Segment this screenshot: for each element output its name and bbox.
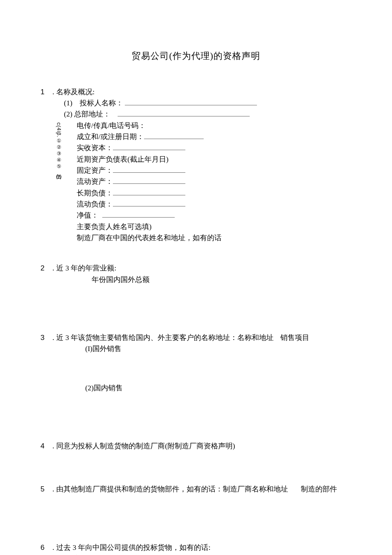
section-3-label-a: 近 3 年该货物主要销售给国内、外主要客户的名称地址：名称和地址 <box>56 332 274 343</box>
section-6-header: 6 . 过去 3 年向中国公司提供的投标货物，如有的话: <box>40 542 352 553</box>
section-5-header: 5 . 由其他制造厂商提供和制造的货物部件，如有的话：制造厂商名称和地址 制造的… <box>40 484 352 495</box>
balance-sheet-label: 近期资产负债表(截止年月日) <box>77 155 168 163</box>
section-1-number: 1 <box>40 87 48 98</box>
section-1-item-2: (2) 总部地址： <box>64 109 352 120</box>
document-page: 贸易公司(作为代理)的资格声明 1 . 名称及概况: (1) 投标人名称： (2… <box>0 0 392 555</box>
document-title: 贸易公司(作为代理)的资格声明 <box>40 49 352 63</box>
item-long-liabilities: 长期负债： <box>77 188 352 199</box>
foreign-sales-label: (I)国外销售 <box>85 345 121 353</box>
section-2: 2 . 近 3 年的年营业额: 年份国内国外总额 <box>40 263 352 313</box>
section-1-sub-block: c(4iβ.①②③④⑤缶⑺ 电传/传真/电话号码： 成立和/或注册日期： 实收资… <box>64 120 352 244</box>
long-liabilities-field[interactable] <box>113 189 185 195</box>
section-2-header: 2 . 近 3 年的年营业额: <box>40 263 352 274</box>
item-capital: 实收资本： <box>77 142 352 154</box>
item-current-liabilities: 流动负债： <box>77 199 352 210</box>
item-reg-date: 成立和/或注册日期： <box>77 131 352 142</box>
contract-number-line: 合同编号： <box>58 553 352 555</box>
section-3-label-b: 销售项目 <box>280 332 309 343</box>
item-2-prefix: (2) <box>64 110 72 118</box>
section-3-sub2: (2)国内销售 <box>85 383 352 394</box>
section-4-number: 4 <box>40 441 48 452</box>
item-2-label: 总部地址： <box>74 110 110 118</box>
section-2-label: 近 3 年的年营业额: <box>56 263 116 274</box>
section-1-item-1: (1) 投标人名称： <box>64 98 352 109</box>
section-5-label-b: 制造的部件 <box>301 484 337 495</box>
hq-address-field[interactable] <box>118 110 250 116</box>
section-4-dot: . <box>52 441 54 452</box>
responsible-person-label: 主要负责人姓名可选填) <box>77 223 152 231</box>
item-balance-sheet: 近期资产负债表(截止年月日) <box>77 154 352 165</box>
net-value-field[interactable] <box>102 211 175 218</box>
section-4: 4 . 同意为投标人制造货物的制造厂商(附制造厂商资格声明) <box>40 441 352 465</box>
section-3-sub1: (I)国外销售 <box>85 343 352 355</box>
section-1-label: 名称及概况: <box>56 87 95 98</box>
section-2-sub-label: 年份国内国外总额 <box>92 276 150 284</box>
item-manufacturer-rep: 制造厂商在中国的代表姓名和地址，如有的话 <box>77 232 352 244</box>
section-4-label: 同意为投标人制造货物的制造厂商(附制造厂商资格声明) <box>56 441 235 452</box>
fixed-assets-field[interactable] <box>113 166 185 173</box>
section-6: 6 . 过去 3 年向中国公司提供的投标货物，如有的话: 合同编号： 签字日期：… <box>40 542 352 555</box>
current-assets-field[interactable] <box>113 177 185 184</box>
item-net-value: 净值： <box>77 210 352 221</box>
long-liabilities-label: 长期负债： <box>77 189 113 197</box>
item-responsible-person: 主要负责人姓名可选填) <box>77 221 352 232</box>
bidder-name-field[interactable] <box>125 99 257 105</box>
manufacturer-rep-label: 制造厂商在中国的代表姓名和地址，如有的话 <box>77 234 222 242</box>
section-2-number: 2 <box>40 263 48 274</box>
telex-label: 电传/传真/电话号码： <box>77 122 146 130</box>
section-1-dot: . <box>52 87 54 98</box>
section-4-header: 4 . 同意为投标人制造货物的制造厂商(附制造厂商资格声明) <box>40 441 352 452</box>
item-current-assets: 流动资产： <box>77 176 352 187</box>
section-1: 1 . 名称及概况: (1) 投标人名称： (2) 总部地址： c(4iβ.①②… <box>40 87 352 244</box>
current-liabilities-label: 流动负债： <box>77 200 113 208</box>
section-3-number: 3 <box>40 332 48 343</box>
section-6-number: 6 <box>40 542 48 553</box>
section-3: 3 . 近 3 年该货物主要销售给国内、外主要客户的名称地址：名称和地址 销售项… <box>40 332 352 421</box>
fixed-assets-label: 固定资产： <box>77 166 113 174</box>
capital-field[interactable] <box>113 144 185 150</box>
section-5: 5 . 由其他制造厂商提供和制造的货物部件，如有的话：制造厂商名称和地址 制造的… <box>40 484 352 523</box>
section-3-dot: . <box>52 332 54 343</box>
item-1-label: 投标人名称： <box>80 99 123 107</box>
item-1-prefix: (1) <box>64 99 72 107</box>
vertical-marker-text: c(4iβ.①②③④⑤缶⑺ <box>56 122 61 176</box>
domestic-sales-label: (2)国内销售 <box>85 384 123 392</box>
item-fixed-assets: 固定资产： <box>77 165 352 176</box>
section-5-label-a: 由其他制造厂商提供和制造的货物部件，如有的话：制造厂商名称和地址 <box>56 484 288 495</box>
reg-date-field[interactable] <box>144 133 204 139</box>
section-2-sub: 年份国内国外总额 <box>92 274 352 285</box>
section-3-header: 3 . 近 3 年该货物主要销售给国内、外主要客户的名称地址：名称和地址 销售项… <box>40 332 352 343</box>
section-5-number: 5 <box>40 484 48 495</box>
section-6-label: 过去 3 年向中国公司提供的投标货物，如有的话: <box>56 542 210 553</box>
net-value-label: 净值： <box>77 211 98 219</box>
current-assets-label: 流动资产： <box>77 177 113 186</box>
section-6-dot: . <box>52 542 54 553</box>
section-5-dot: . <box>52 484 54 495</box>
item-telex: 电传/传真/电话号码： <box>77 120 352 131</box>
capital-label: 实收资本： <box>77 144 113 152</box>
section-2-dot: . <box>52 263 54 274</box>
reg-date-label: 成立和/或注册日期： <box>77 133 144 141</box>
section-1-header: 1 . 名称及概况: <box>40 87 352 98</box>
current-liabilities-field[interactable] <box>113 200 185 206</box>
